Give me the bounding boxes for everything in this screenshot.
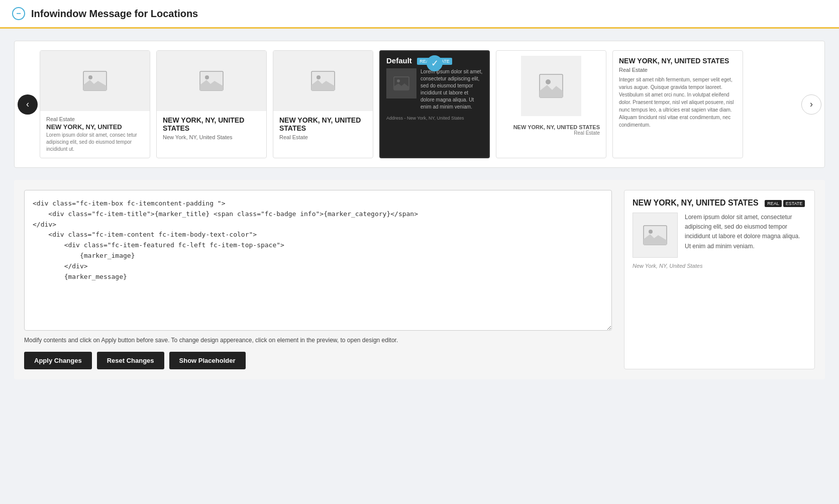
card4-title: Default [386, 56, 412, 65]
card4-image [386, 68, 416, 98]
template-card-1[interactable]: Real Estate NEW YORK, NY, UNITED Lorem i… [40, 50, 150, 158]
card2-body: NEW YORK, NY, UNITED STATES New York, NY… [157, 111, 266, 145]
template-card-4-selected[interactable]: ✓ Default REAL ESTATE Lorem ipsum dolor … [379, 50, 490, 158]
svg-point-5 [317, 75, 321, 79]
svg-point-11 [649, 230, 653, 234]
card2-subtitle: New York, NY, United States [163, 134, 260, 140]
card3-category: Real Estate [279, 134, 367, 140]
card5-title: NEW YORK, NY, UNITED STATES [502, 124, 600, 130]
code-editor[interactable]: <div class="fc-item-box fc-itemcontent-p… [24, 190, 612, 331]
card1-description: Lorem ipsum dolor sit amet, consec tetur… [46, 132, 144, 153]
card3-image [273, 51, 373, 111]
main-content: ‹ Real Estate NEW YORK, NY, UNITED Lorem… [0, 29, 839, 391]
preview-panel: NEW YORK, NY, UNITED STATES REAL ESTATE … [624, 190, 815, 369]
card6-category: Real Estate [619, 67, 737, 73]
svg-point-9 [546, 79, 551, 84]
carousel-track: Real Estate NEW YORK, NY, UNITED Lorem i… [40, 50, 799, 158]
preview-badge-group: REAL ESTATE [765, 200, 805, 207]
card3-title: NEW YORK, NY, UNITED STATES [279, 116, 367, 132]
card6-title: NEW YORK, NY, UNITED STATES [619, 57, 737, 65]
card1-image [40, 51, 150, 111]
template-card-6[interactable]: NEW YORK, NY, UNITED STATES Real Estate … [612, 50, 743, 158]
carousel-prev-button[interactable]: ‹ [18, 94, 38, 115]
preview-location: New York, NY, United States [633, 263, 806, 269]
page-title: Infowindow Message for Locations [31, 8, 198, 20]
card6-body: NEW YORK, NY, UNITED STATES Real Estate … [613, 51, 743, 135]
preview-badge-real: REAL [765, 200, 782, 207]
preview-badge-estate: ESTATE [783, 200, 805, 207]
buttons-row: Apply Changes Reset Changes Show Placeho… [24, 352, 612, 369]
page-header: − Infowindow Message for Locations [0, 0, 839, 29]
card4-footer: Address - New York, NY, United States [380, 116, 489, 125]
template-carousel: ‹ Real Estate NEW YORK, NY, UNITED Lorem… [14, 41, 825, 168]
show-placeholder-button[interactable]: Show Placeholder [169, 352, 246, 369]
card1-title: NEW YORK, NY, UNITED [46, 123, 144, 131]
card1-category: Real Estate [46, 116, 144, 122]
card5-image [521, 56, 581, 116]
card2-image [157, 51, 266, 111]
code-hint: Modify contents and click on Apply butto… [24, 336, 612, 345]
preview-title-row: NEW YORK, NY, UNITED STATES REAL ESTATE [633, 198, 806, 208]
preview-content: Lorem ipsum dolor sit amet, consectetur … [633, 213, 806, 258]
selected-checkmark: ✓ [427, 55, 443, 71]
template-card-3[interactable]: NEW YORK, NY, UNITED STATES Real Estate [273, 50, 373, 158]
svg-point-3 [205, 75, 209, 79]
preview-description: Lorem ipsum dolor sit amet, consectetur … [685, 213, 806, 251]
collapse-icon[interactable]: − [12, 7, 25, 20]
template-card-5[interactable]: NEW YORK, NY, UNITED STATES Real Estate [496, 50, 606, 158]
card4-content: Lorem ipsum dolor sit amet, consectetur … [380, 68, 489, 116]
reset-changes-button[interactable]: Reset Changes [97, 352, 164, 369]
svg-point-1 [88, 75, 92, 79]
preview-text-block: Lorem ipsum dolor sit amet, consectetur … [685, 213, 806, 258]
card5-category: Real Estate [502, 130, 600, 136]
card6-description: Integer sit amet nibh fermentum, semper … [619, 76, 737, 129]
card3-body: NEW YORK, NY, UNITED STATES Real Estate [273, 111, 373, 145]
carousel-next-button[interactable]: › [801, 94, 821, 115]
apply-changes-button[interactable]: Apply Changes [24, 352, 92, 369]
svg-point-7 [397, 79, 400, 82]
card5-body: NEW YORK, NY, UNITED STATES Real Estate [496, 121, 606, 141]
template-card-2[interactable]: NEW YORK, NY, UNITED STATES New York, NY… [156, 50, 267, 158]
code-editor-wrapper: <div class="fc-item-box fc-itemcontent-p… [24, 190, 612, 369]
card1-body: Real Estate NEW YORK, NY, UNITED Lorem i… [40, 111, 150, 158]
preview-image [633, 213, 678, 258]
code-content: <div class="fc-item-box fc-itemcontent-p… [33, 198, 603, 282]
bottom-section: <div class="fc-item-box fc-itemcontent-p… [14, 180, 825, 379]
preview-main-title: NEW YORK, NY, UNITED STATES [633, 198, 759, 207]
card2-title: NEW YORK, NY, UNITED STATES [163, 116, 260, 132]
card4-description: Lorem ipsum dolor sit amet, consectetur … [421, 68, 483, 111]
